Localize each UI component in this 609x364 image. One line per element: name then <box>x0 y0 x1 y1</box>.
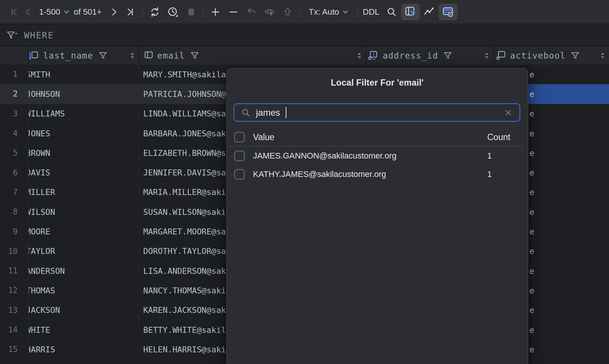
cell-last-name[interactable]: SMITH <box>29 65 139 84</box>
column-icon <box>144 51 154 60</box>
column-filter-icon[interactable] <box>443 51 452 60</box>
chevron-left-icon <box>23 7 33 17</box>
column-icon <box>496 50 507 61</box>
transaction-mode-dropdown[interactable]: Tx: Auto <box>309 7 349 17</box>
row-number[interactable]: 7 <box>0 183 29 202</box>
cell-last-name[interactable]: HARRIS <box>29 340 139 359</box>
stop-button[interactable] <box>184 5 198 19</box>
page-size-dropdown[interactable]: 1-500 <box>39 7 70 17</box>
filter-value-row[interactable]: JAMES.GANNON@sakilacustomer.org1 <box>227 147 528 165</box>
value-checkbox[interactable] <box>234 169 245 180</box>
row-number[interactable]: 9 <box>0 222 29 241</box>
row-number[interactable]: 13 <box>0 301 29 320</box>
reload-button[interactable] <box>148 5 162 19</box>
submit-button[interactable] <box>280 5 295 19</box>
column-header-last-name[interactable]: last_name <box>29 47 139 65</box>
filter-count: 1 <box>487 151 517 161</box>
row-number[interactable]: 5 <box>0 143 29 163</box>
sort-arrows-icon[interactable] <box>600 51 605 60</box>
stop-square-icon <box>185 6 197 18</box>
cell-last-name[interactable]: WILLIAMS <box>29 104 139 124</box>
toolbar-separator <box>300 6 300 18</box>
cell-last-name[interactable]: DAVIS <box>29 163 139 182</box>
sort-arrows-icon[interactable] <box>130 51 135 60</box>
cell-last-name[interactable]: MILLER <box>29 183 139 202</box>
cell-last-name[interactable]: WHITE <box>29 320 139 340</box>
filter-panel-toggle[interactable] <box>401 4 420 20</box>
cell-last-name[interactable]: ANDERSON <box>29 261 139 281</box>
row-number[interactable]: 11 <box>0 261 29 281</box>
row-number[interactable]: 8 <box>0 202 29 222</box>
first-page-button[interactable] <box>7 5 21 19</box>
sort-arrows-icon[interactable] <box>357 51 362 60</box>
row-number[interactable]: 2 <box>0 84 29 104</box>
chart-view-button[interactable] <box>422 5 436 19</box>
cell-last-name[interactable]: MOORE <box>29 222 139 241</box>
column-header-activebool[interactable]: activebool <box>494 47 609 65</box>
column-name: activebool <box>510 51 565 60</box>
tx-mode-label: Tx: Auto <box>309 7 339 17</box>
minus-icon <box>228 7 239 17</box>
filter-panel-icon <box>404 6 417 18</box>
row-number-gutter-header <box>0 47 29 65</box>
where-filter-bar[interactable]: WHERE <box>0 24 609 46</box>
column-filter-icon[interactable] <box>98 51 108 60</box>
filter-search-field[interactable]: james <box>233 103 520 122</box>
prev-page-button[interactable] <box>21 5 35 19</box>
search-button[interactable] <box>385 5 399 19</box>
data-views-toggle[interactable] <box>439 4 458 20</box>
filter-count: 1 <box>487 169 517 179</box>
eye-upload-icon <box>264 6 276 18</box>
value-column-header: Value <box>253 132 274 142</box>
add-row-button[interactable] <box>208 5 223 19</box>
column-filter-icon[interactable] <box>571 51 580 60</box>
value-checkbox[interactable] <box>234 151 245 161</box>
chevron-down-icon <box>342 9 349 15</box>
row-number[interactable]: 12 <box>0 281 29 300</box>
column-name: email <box>157 51 185 60</box>
refresh-schedule-button[interactable] <box>166 5 180 19</box>
next-page-button[interactable] <box>107 5 121 19</box>
total-rows-label: of 501+ <box>74 7 102 17</box>
column-header-address-id[interactable]: address_id <box>367 47 494 65</box>
column-header-email[interactable]: email <box>139 47 367 65</box>
column-icon-clipped <box>29 51 40 60</box>
row-number[interactable]: 3 <box>0 104 29 124</box>
plus-icon <box>210 7 221 17</box>
refresh-icon <box>149 6 161 18</box>
filter-value-list: JAMES.GANNON@sakilacustomer.org1KATHY.JA… <box>227 147 528 183</box>
filter-value: JAMES.GANNON@sakilacustomer.org <box>253 151 397 161</box>
row-number[interactable]: 1 <box>0 65 29 84</box>
chevron-down-icon <box>63 9 70 15</box>
ddl-button[interactable]: DDL <box>363 7 379 17</box>
cell-last-name[interactable]: JOHNSON <box>29 84 139 104</box>
row-number[interactable]: 6 <box>0 163 29 182</box>
text-caret <box>286 107 286 118</box>
local-filter-popup: Local Filter For 'email' james Value Cou… <box>226 68 528 364</box>
database-grid-window: 1-500 of 501+ <box>0 0 609 364</box>
cell-last-name[interactable]: BROWN <box>29 143 139 163</box>
select-all-checkbox[interactable] <box>234 132 245 142</box>
column-filter-icon[interactable] <box>190 51 199 60</box>
row-number[interactable]: 14 <box>0 320 29 340</box>
fk-column-icon <box>368 50 379 61</box>
last-page-button[interactable] <box>123 5 138 19</box>
delete-row-button[interactable] <box>226 5 241 19</box>
cell-last-name[interactable]: WILSON <box>29 202 139 222</box>
toolbar-separator <box>203 6 203 18</box>
row-number[interactable]: 4 <box>0 124 29 143</box>
cell-last-name[interactable]: JONES <box>29 124 139 143</box>
row-number[interactable]: 10 <box>0 242 29 261</box>
clear-search-button[interactable] <box>504 108 513 117</box>
table-eye-icon <box>442 6 454 18</box>
cell-last-name[interactable]: THOMAS <box>29 281 139 300</box>
filter-value-row[interactable]: KATHY.JAMES@sakilacustomer.org1 <box>227 165 528 183</box>
line-chart-icon <box>423 6 436 18</box>
revert-button[interactable] <box>244 5 259 19</box>
preview-changes-button[interactable] <box>262 5 277 19</box>
row-number[interactable]: 15 <box>0 340 29 359</box>
cell-last-name[interactable]: TAYLOR <box>29 242 139 261</box>
cell-last-name[interactable]: JACKSON <box>29 301 139 320</box>
filter-funnel-dropdown-icon <box>6 30 18 41</box>
sort-arrows-icon[interactable] <box>484 51 489 60</box>
